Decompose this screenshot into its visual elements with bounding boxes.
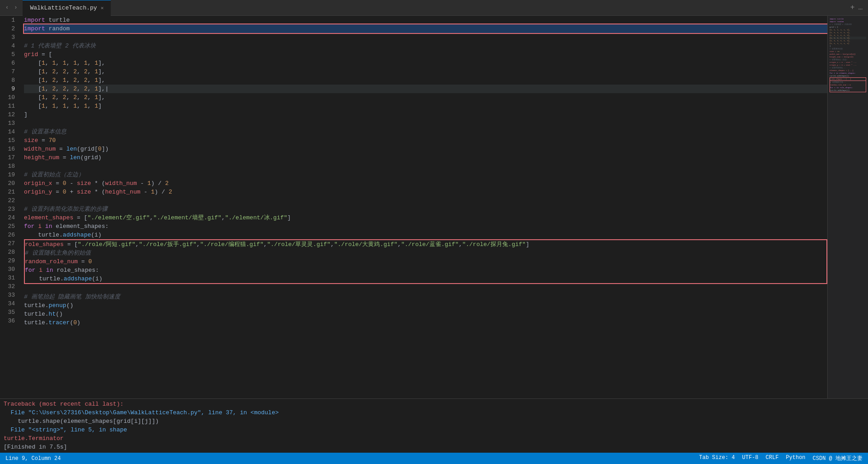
code-line-14: # 设置基本信息 xyxy=(24,128,827,136)
line-num-16: 16 xyxy=(4,145,15,153)
code-line-25: for i in element_shapes: xyxy=(24,222,827,231)
line-num-13: 13 xyxy=(4,119,15,128)
terminal-line-3: turtle.shape(element_shapes[grid[i][j]]) xyxy=(4,418,864,426)
code-line-11: [1, 1, 1, 1, 1, 1] xyxy=(24,102,827,110)
file-tab[interactable]: WalkLatticeTeach.py ✕ xyxy=(23,0,111,16)
code-line-27: role_shapes = ["./role/阿短.gif","./role/扳… xyxy=(25,240,826,249)
line-num-4: 4 xyxy=(4,42,15,50)
code-line-7: [1, 2, 2, 2, 2, 1], xyxy=(24,67,827,76)
code-line-15: size = 70 xyxy=(24,136,827,145)
line-num-19: 19 xyxy=(4,170,15,179)
line-num-12: 12 xyxy=(4,110,15,119)
language[interactable]: Python xyxy=(786,455,805,462)
line-num-36: 36 xyxy=(4,317,15,325)
code-line-26: turtle.addshape(i) xyxy=(24,231,827,239)
terminal-line-1: Traceback (most recent call last): xyxy=(4,401,864,409)
terminal-line-6: [Finished in 7.5s] xyxy=(4,444,864,452)
code-line-2: import random xyxy=(24,24,827,33)
code-line-33: # 画笔抬起 隐藏画笔 加快绘制速度 xyxy=(24,293,827,301)
line-ending[interactable]: CRLF xyxy=(766,455,779,462)
line-num-8: 8 xyxy=(4,76,15,85)
code-line-28: # 设置随机主角的初始值 xyxy=(25,249,826,257)
line-num-34: 34 xyxy=(4,299,15,308)
status-bar: Line 9, Column 24 Tab Size: 4 UTF-8 CRLF… xyxy=(0,453,868,464)
line-num-29: 29 xyxy=(4,256,15,265)
code-line-31: turtle.addshape(i) xyxy=(25,275,826,283)
code-line-17: height_num = len(grid) xyxy=(24,153,827,162)
line-num-20: 20 xyxy=(4,179,15,188)
terminal-line-5: turtle.Terminator xyxy=(4,435,864,444)
line-num-17: 17 xyxy=(4,153,15,162)
tab-size[interactable]: Tab Size: 4 xyxy=(699,455,735,462)
line-num-28: 28 xyxy=(4,248,15,256)
code-line-36: turtle.tracer(0) xyxy=(24,318,827,327)
code-line-18 xyxy=(24,162,827,170)
branding: CSDN @ 地摊王之妻 xyxy=(813,455,863,462)
line-num-27: 27 xyxy=(4,239,15,248)
line-num-30: 30 xyxy=(4,265,15,274)
editor-container: 1 2 3 4 5 6 7 8 9 10 11 12 13 14 15 16 1… xyxy=(0,16,868,398)
code-line-20: origin_x = 0 - size * (width_num - 1) / … xyxy=(24,179,827,188)
encoding[interactable]: UTF-8 xyxy=(742,455,759,462)
code-line-3 xyxy=(24,33,827,42)
line-num-18: 18 xyxy=(4,162,15,170)
line-num-7: 7 xyxy=(4,67,15,76)
line-num-1: 1 xyxy=(4,16,15,24)
code-line-35: turtle.ht() xyxy=(24,310,827,318)
code-line-34: turtle.penup() xyxy=(24,301,827,310)
code-line-22 xyxy=(24,196,827,205)
code-line-21: origin_y = 0 + size * (height_num - 1) /… xyxy=(24,188,827,196)
status-right: Tab Size: 4 UTF-8 CRLF Python CSDN @ 地摊王… xyxy=(699,455,863,462)
code-line-24: element_shapes = ["./element/空.gif","./e… xyxy=(24,213,827,222)
title-bar-right: + … xyxy=(850,4,868,12)
line-numbers: 1 2 3 4 5 6 7 8 9 10 11 12 13 14 15 16 1… xyxy=(0,16,20,398)
line-num-24: 24 xyxy=(4,213,15,222)
minimap: import turtle import random # 1 代表墙壁 2 代… xyxy=(828,16,868,398)
code-line-29: random_role_num = 0 xyxy=(25,257,826,266)
code-line-13 xyxy=(24,119,827,128)
nav-forward[interactable]: › xyxy=(12,4,19,12)
code-line-32 xyxy=(24,284,827,293)
code-line-16: width_num = len(grid[0]) xyxy=(24,145,827,153)
line-num-11: 11 xyxy=(4,102,15,110)
line-num-5: 5 xyxy=(4,50,15,59)
line-num-23: 23 xyxy=(4,205,15,213)
code-line-23: # 设置列表简化添加元素的步骤 xyxy=(24,205,827,213)
nav-arrows: ‹ › xyxy=(0,4,23,12)
line-num-33: 33 xyxy=(4,291,15,299)
nav-back[interactable]: ‹ xyxy=(4,4,10,12)
line-num-6: 6 xyxy=(4,59,15,67)
cursor-position: Line 9, Column 24 xyxy=(5,455,61,462)
code-line-30: for i in role_shapes: xyxy=(25,266,826,275)
line-num-22: 22 xyxy=(4,196,15,205)
new-tab-button[interactable]: + xyxy=(850,4,855,12)
code-line-10: [1, 2, 2, 2, 2, 1], xyxy=(24,93,827,102)
tab-filename: WalkLatticeTeach.py xyxy=(30,5,97,11)
line-num-21: 21 xyxy=(4,188,15,196)
code-line-9: [1, 2, 2, 2, 2, 1],| xyxy=(24,85,827,93)
title-bar: ‹ › WalkLatticeTeach.py ✕ + … xyxy=(0,0,868,16)
terminal-panel: Traceback (most recent call last): File … xyxy=(0,398,868,453)
code-line-4: # 1 代表墙壁 2 代表冰块 xyxy=(24,42,827,50)
code-line-6: [1, 1, 1, 1, 1, 1], xyxy=(24,59,827,67)
line-num-15: 15 xyxy=(4,136,15,145)
more-button[interactable]: … xyxy=(858,4,863,12)
line-num-3: 3 xyxy=(4,33,15,42)
line-num-2: 2 xyxy=(4,24,15,33)
code-line-1: import turtle xyxy=(24,16,827,24)
line-num-35: 35 xyxy=(4,308,15,317)
tab-close-button[interactable]: ✕ xyxy=(101,5,104,11)
red-box-section: role_shapes = ["./role/阿短.gif","./role/扳… xyxy=(24,239,827,284)
line-num-14: 14 xyxy=(4,128,15,136)
line-num-26: 26 xyxy=(4,231,15,239)
code-line-5: grid = [ xyxy=(24,50,827,59)
code-area[interactable]: import turtle import random # 1 代表墙壁 2 代… xyxy=(20,16,827,398)
scrollbar-area: import turtle import random # 1 代表墙壁 2 代… xyxy=(827,16,868,398)
code-line-12: ] xyxy=(24,110,827,119)
line-num-10: 10 xyxy=(4,93,15,102)
line-num-32: 32 xyxy=(4,282,15,291)
terminal-line-4: File "<string>", line 5, in shape xyxy=(4,426,864,435)
code-line-8: [1, 2, 1, 2, 2, 1], xyxy=(24,76,827,85)
line-num-25: 25 xyxy=(4,222,15,231)
terminal-line-2: File "C:\Users\27316\Desktop\Game\WalkLa… xyxy=(4,409,864,418)
